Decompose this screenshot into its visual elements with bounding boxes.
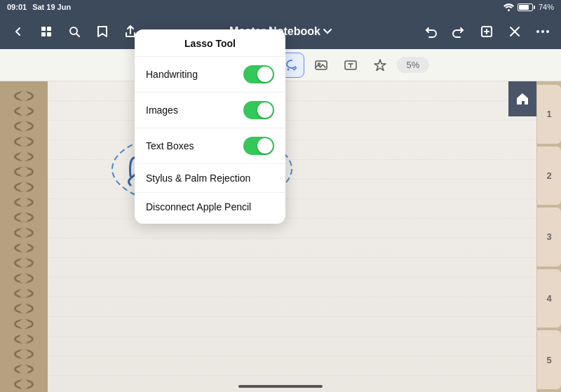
close-icon <box>509 26 520 37</box>
svg-point-8 <box>541 30 544 33</box>
notebook-page <box>48 81 536 392</box>
handwriting-toggle[interactable] <box>243 65 274 83</box>
toolbar-left-group <box>6 19 143 44</box>
popup-item-handwriting[interactable]: Handwriting <box>135 57 285 93</box>
spiral-ring <box>14 152 34 162</box>
spiral-ring <box>14 349 34 359</box>
more-icon <box>536 29 549 34</box>
spiral-ring <box>14 365 34 374</box>
spiral-ring <box>14 273 34 283</box>
redo-button[interactable] <box>446 19 471 44</box>
spiral-ring <box>14 379 34 389</box>
eraser-size-value: 5% <box>407 60 420 70</box>
status-date: Sat 19 Jun <box>32 3 71 11</box>
images-toggle[interactable] <box>243 101 274 119</box>
svg-point-9 <box>546 30 549 33</box>
popup-title: Lasso Tool <box>135 29 285 57</box>
svg-point-0 <box>508 9 510 11</box>
svg-rect-15 <box>316 61 327 69</box>
spiral-ring <box>14 212 34 222</box>
toolbar-right-group <box>418 19 555 44</box>
toggle-knob <box>257 67 273 82</box>
spiral-ring <box>14 304 34 313</box>
close-button[interactable] <box>502 19 527 44</box>
tab-1[interactable]: 1 <box>536 85 561 144</box>
spiral-ring <box>14 107 34 116</box>
status-bar-left: 09:01 Sat 19 Jun <box>7 3 71 11</box>
tab-3[interactable]: 3 <box>536 208 561 266</box>
svg-rect-1 <box>41 27 46 31</box>
svg-point-14 <box>287 68 289 70</box>
status-bar: 09:01 Sat 19 Jun 74% <box>0 0 561 14</box>
search-button[interactable] <box>62 19 87 44</box>
spiral-spine <box>0 81 48 392</box>
back-button[interactable] <box>6 19 31 44</box>
popup-item-handwriting-label: Handwriting <box>146 69 198 80</box>
eraser-size-pill[interactable]: 5% <box>397 57 430 73</box>
tab-4[interactable]: 4 <box>536 269 561 328</box>
status-bar-right: 74% <box>503 3 554 11</box>
popup-item-stylus-label: Stylus & Palm Rejection <box>146 173 250 184</box>
popup-item-disconnect-pencil[interactable]: Disconnect Apple Pencil <box>135 193 285 221</box>
battery-pct: 74% <box>539 3 554 11</box>
undo-button[interactable] <box>418 19 443 44</box>
spiral-ring <box>14 167 34 177</box>
tab-2[interactable]: 2 <box>536 147 561 205</box>
svg-point-7 <box>536 30 539 33</box>
popup-item-images[interactable]: Images <box>135 93 285 128</box>
spiral-ring <box>14 258 34 268</box>
battery-indicator <box>518 4 535 11</box>
grid-button[interactable] <box>34 19 59 44</box>
wifi-icon <box>503 4 514 11</box>
popup-item-textboxes-label: Text Boxes <box>146 140 194 151</box>
popup-item-disconnect-label: Disconnect Apple Pencil <box>146 201 251 212</box>
textbox-icon <box>344 58 358 72</box>
spiral-ring <box>14 182 34 192</box>
spiral-ring <box>14 228 34 238</box>
spiral-ring <box>14 334 34 344</box>
status-time: 09:01 <box>7 3 27 11</box>
lasso-tool-popup: Lasso Tool Handwriting Images Text Boxes… <box>135 29 285 224</box>
svg-rect-4 <box>47 32 51 36</box>
more-button[interactable] <box>530 19 555 44</box>
svg-rect-2 <box>47 27 51 31</box>
svg-rect-3 <box>41 32 46 36</box>
textboxes-toggle[interactable] <box>243 137 274 155</box>
lasso-icon <box>284 58 299 73</box>
title-chevron-icon <box>323 29 332 34</box>
toggle-knob <box>257 138 273 154</box>
home-indicator <box>238 385 323 388</box>
sticker-icon <box>373 58 387 72</box>
popup-item-images-label: Images <box>146 104 178 116</box>
home-button[interactable] <box>508 81 536 116</box>
textbox-button[interactable] <box>338 53 363 78</box>
spiral-ring <box>14 319 34 329</box>
bookmark-button[interactable] <box>90 19 115 44</box>
spiral-ring <box>14 289 34 299</box>
spiral-ring <box>14 198 34 208</box>
image-icon <box>314 58 328 72</box>
popup-item-stylus-palm[interactable]: Stylus & Palm Rejection <box>135 164 285 193</box>
tab-5[interactable]: 5 <box>536 330 561 389</box>
spiral-ring <box>14 91 34 101</box>
toggle-knob <box>257 102 273 118</box>
spiral-ring <box>14 137 34 147</box>
export-button[interactable] <box>474 19 499 44</box>
home-icon <box>515 91 530 107</box>
popup-item-textboxes[interactable]: Text Boxes <box>135 128 285 164</box>
notebook-tabs: 1 2 3 4 5 <box>536 81 561 392</box>
spiral-ring <box>14 243 34 253</box>
image-button[interactable] <box>309 53 334 78</box>
sticker-button[interactable] <box>367 53 393 78</box>
spiral-ring <box>14 121 34 131</box>
